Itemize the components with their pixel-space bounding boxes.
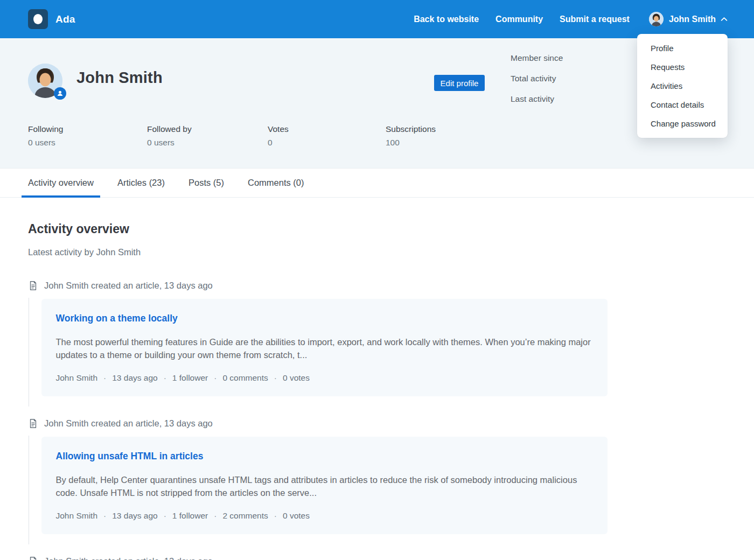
- activity-event-text: John Smith created an article, 13 days a…: [44, 281, 213, 291]
- nav-user-name: John Smith: [669, 15, 716, 24]
- user-dropdown-menu: Profile Requests Activities Contact deta…: [637, 34, 728, 138]
- nav-link-submit-request[interactable]: Submit a request: [560, 15, 630, 24]
- brand-name: Ada: [55, 13, 75, 25]
- article-title-link[interactable]: Working on a theme locally: [56, 313, 178, 324]
- meta-age: 13 days ago: [97, 373, 158, 383]
- menu-item-activities[interactable]: Activities: [637, 76, 728, 95]
- nav-links: Back to website Community Submit a reque…: [397, 12, 728, 26]
- document-icon: [28, 418, 38, 429]
- activity-item: John Smith created an article, 13 days a…: [28, 281, 726, 407]
- menu-item-contact-details[interactable]: Contact details: [637, 95, 728, 114]
- activity-body: Allowing unsafe HTML in articles By defa…: [29, 436, 727, 544]
- user-badge-icon: [54, 87, 66, 100]
- menu-item-profile[interactable]: Profile: [637, 39, 728, 58]
- activity-event-row: John Smith created an article, 13 days a…: [28, 418, 726, 429]
- meta-followers: 1 follower: [158, 373, 208, 383]
- tab-comments[interactable]: Comments (0): [241, 169, 311, 197]
- article-meta: John Smith 13 days ago 1 follower 2 comm…: [56, 511, 591, 521]
- stat-votes: Votes 0: [268, 124, 386, 148]
- activity-item: John Smith created an article, 13 days a…: [28, 556, 726, 560]
- brand-home-link[interactable]: Ada: [28, 9, 75, 29]
- profile-avatar: [28, 64, 62, 98]
- meta-votes: 0 votes: [268, 373, 310, 383]
- activity-event-text: John Smith created an article, 13 days a…: [44, 418, 213, 429]
- tab-posts[interactable]: Posts (5): [182, 169, 231, 197]
- page-subtitle: Latest activity by John Smith: [28, 247, 726, 257]
- meta-author: John Smith: [56, 511, 98, 521]
- stat-following: Following 0 users: [28, 124, 147, 148]
- profile-tabs: Activity overview Articles (23) Posts (5…: [0, 169, 754, 198]
- profile-name: John Smith: [76, 69, 163, 87]
- meta-age: 13 days ago: [97, 511, 158, 521]
- profile-meta: Member since Total activity Last activit…: [511, 53, 563, 104]
- article-excerpt: The most powerful theming features in Gu…: [56, 335, 591, 361]
- activity-body: Working on a theme locally The most powe…: [29, 298, 727, 407]
- brand-logo-icon: [28, 9, 48, 29]
- last-activity-label: Last activity: [511, 94, 563, 104]
- article-meta: John Smith 13 days ago 1 follower 0 comm…: [56, 373, 591, 383]
- nav-user-avatar: [649, 12, 664, 26]
- meta-author: John Smith: [56, 373, 98, 383]
- main-content: Activity overview Latest activity by Joh…: [0, 198, 754, 560]
- menu-item-change-password[interactable]: Change password: [637, 114, 728, 133]
- activity-event-row: John Smith created an article, 13 days a…: [28, 556, 726, 560]
- document-icon: [28, 556, 38, 560]
- article-card: Allowing unsafe HTML in articles By defa…: [41, 437, 608, 534]
- menu-item-requests[interactable]: Requests: [637, 58, 728, 76]
- stat-followed-by: Followed by 0 users: [147, 124, 268, 148]
- top-navbar: Ada Back to website Community Submit a r…: [0, 0, 754, 38]
- chevron-up-icon: [721, 17, 728, 22]
- meta-followers: 1 follower: [158, 511, 208, 521]
- activity-list: John Smith created an article, 13 days a…: [28, 281, 726, 560]
- meta-comments: 2 comments: [208, 511, 268, 521]
- meta-votes: 0 votes: [268, 511, 310, 521]
- activity-event-text: John Smith created an article, 13 days a…: [44, 556, 213, 560]
- activity-event-row: John Smith created an article, 13 days a…: [28, 281, 726, 291]
- article-title-link[interactable]: Allowing unsafe HTML in articles: [56, 451, 204, 462]
- tab-activity-overview[interactable]: Activity overview: [22, 169, 100, 197]
- meta-comments: 0 comments: [208, 373, 268, 383]
- article-excerpt: By default, Help Center quarantines unsa…: [56, 473, 591, 499]
- member-since-label: Member since: [511, 53, 563, 63]
- stat-subscriptions: Subscriptions 100: [386, 124, 436, 148]
- article-card: Working on a theme locally The most powe…: [41, 299, 608, 396]
- tab-articles[interactable]: Articles (23): [111, 169, 171, 197]
- logo-dot-shape: [33, 14, 43, 24]
- user-menu-button[interactable]: John Smith: [649, 12, 728, 26]
- nav-link-back-to-website[interactable]: Back to website: [414, 15, 479, 24]
- activity-item: John Smith created an article, 13 days a…: [28, 418, 726, 544]
- profile-stats: Following 0 users Followed by 0 users Vo…: [28, 124, 436, 148]
- nav-link-community[interactable]: Community: [495, 15, 543, 24]
- edit-profile-button[interactable]: Edit profile: [434, 75, 485, 91]
- total-activity-label: Total activity: [511, 74, 563, 83]
- avatar-illustration: [649, 12, 664, 26]
- document-icon: [28, 281, 38, 291]
- page-title: Activity overview: [28, 222, 726, 236]
